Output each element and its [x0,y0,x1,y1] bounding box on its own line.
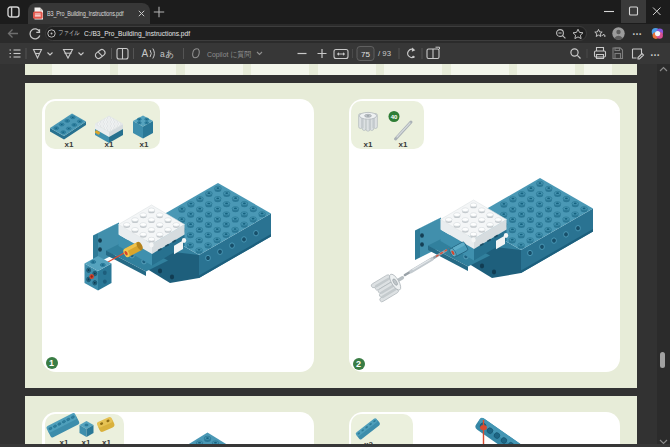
svg-text:40: 40 [391,114,398,120]
svg-text:Copilot に質問: Copilot に質問 [207,50,251,59]
svg-text:あ: あ [166,49,175,59]
svg-text:A: A [142,48,149,59]
svg-text:a: a [160,49,165,59]
svg-text:75: 75 [361,50,370,59]
svg-text:/ 93: / 93 [378,49,391,58]
svg-text:…: … [650,47,660,58]
